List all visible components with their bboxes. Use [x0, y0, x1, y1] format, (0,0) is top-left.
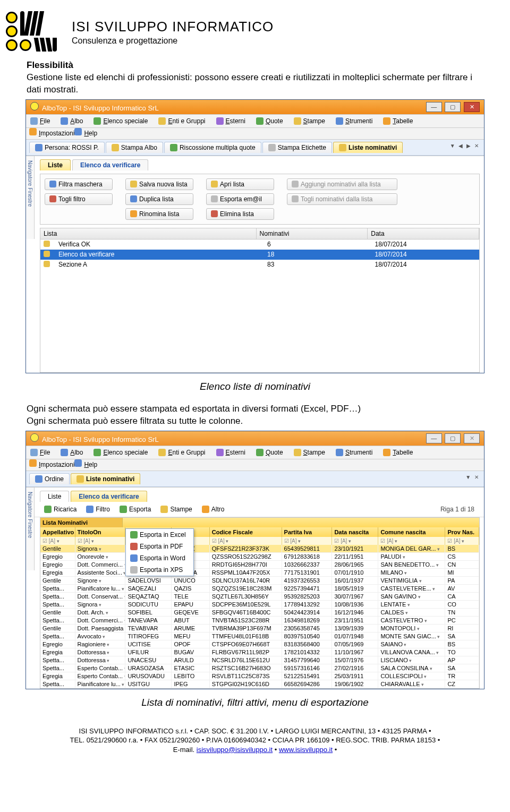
filtra-button[interactable]: Filtra maschera: [45, 178, 113, 190]
table-row[interactable]: Spetta...Dott. Conservat...SEQAZTAQTELES…: [40, 593, 479, 601]
col-lista-nominativi[interactable]: Lista Nominativi: [40, 518, 123, 527]
col-lista[interactable]: Lista: [40, 228, 257, 239]
grid-rows[interactable]: GentileSignoraIFASOZQFSFSZ21R23F373K6543…: [40, 545, 479, 688]
table-row[interactable]: Spetta...Esperto Contab...URASOZASAETASI…: [40, 664, 479, 672]
navigator-side-tab[interactable]: Navigatore Finestre: [26, 156, 35, 239]
altro-button[interactable]: Altro: [198, 505, 229, 514]
menu-esterni[interactable]: Esterni: [215, 116, 246, 126]
close-button[interactable]: ✕: [464, 102, 480, 112]
menu-help[interactable]: Help: [74, 459, 97, 468]
col-header[interactable]: Prov Nas.: [445, 527, 479, 537]
tab-elenco[interactable]: Elenco da verificare: [71, 491, 147, 502]
menu-stampe[interactable]: Stampe: [293, 116, 326, 126]
table-row[interactable]: EgregiaDottoressaUFILURBUGAVFLRBGV67R11L…: [40, 648, 479, 656]
doc-tab[interactable]: Ordine: [29, 473, 70, 484]
footer-site[interactable]: www.isisviluppo.it: [279, 746, 333, 754]
col-header[interactable]: Data nascita: [332, 527, 378, 537]
esporta-button[interactable]: Esporta: [115, 505, 155, 514]
list-row[interactable]: Elenco da verificare1818/07/2014: [40, 250, 479, 260]
col-header[interactable]: Codice Fiscale: [210, 527, 282, 537]
col-data[interactable]: Data: [368, 228, 479, 239]
menu-impostazioni[interactable]: Impostazioni: [29, 459, 74, 468]
tab-nav-icons[interactable]: ▼ ✕: [465, 474, 480, 480]
filtro-button[interactable]: Filtro: [82, 505, 114, 514]
doc-tab[interactable]: Persona: ROSSI P.: [29, 142, 105, 153]
table-row[interactable]: Spetta...Pianificatore lu...USITGUIPEGST…: [40, 680, 479, 688]
menu-stampe[interactable]: Stampe: [293, 448, 326, 457]
menu-elenco-speciale[interactable]: Elenco speciale: [92, 448, 149, 457]
elimina-lista-button[interactable]: Elimina lista: [206, 208, 274, 220]
table-row[interactable]: Spetta...Pianificatore lu...SAQEZALIQAZI…: [40, 585, 479, 593]
grid-filter-row[interactable]: ☑ [A]☑ [A]☑ [A]☑ [A]☑ [A]☑ [A]☑ [A]☑ [A]…: [40, 537, 479, 545]
table-row[interactable]: EgregioDott. Commerci...RORUDIDUITEGRRDT…: [40, 561, 479, 569]
table-row[interactable]: Spetta...SignoraSODICUTUEPAPUSDCPPE36M10…: [40, 601, 479, 609]
export-option[interactable]: Esporta in XPS: [126, 564, 193, 576]
doc-tab[interactable]: Stampa Albo: [106, 142, 163, 153]
list-row[interactable]: Verifica OK618/07/2014: [40, 240, 479, 250]
togli-filtro-button[interactable]: Togli filtro: [45, 193, 113, 205]
tab-nav-icons[interactable]: ▼ ◀ ▶ ✕: [450, 143, 480, 149]
menu-help[interactable]: Help: [74, 128, 97, 137]
menu-albo[interactable]: Albo: [60, 116, 84, 126]
menu-file[interactable]: File: [29, 448, 51, 457]
menu-quote[interactable]: Quote: [255, 116, 284, 126]
filter-cell[interactable]: ☑ [A]: [445, 537, 479, 545]
duplica-lista-button[interactable]: Duplica lista: [125, 193, 193, 205]
stampe-button[interactable]: Stampe: [156, 505, 196, 514]
minimize-button[interactable]: —: [426, 102, 442, 112]
close-button[interactable]: ✕: [464, 433, 480, 443]
doc-tab[interactable]: Liste nominativi: [71, 473, 140, 484]
table-row[interactable]: EgregioOnorevoleOSURQZSSRO51S22G298Z6791…: [40, 553, 479, 561]
table-row[interactable]: Spetta...AvvocatoTITIROFEGMEFUTTMFEU48L0…: [40, 632, 479, 640]
grid-body[interactable]: Verifica OK618/07/2014Elenco da verifica…: [40, 240, 480, 373]
table-row[interactable]: GentileSignoraIFASOZQFSFSZ21R23F373K6543…: [40, 545, 479, 553]
data-grid[interactable]: Lista Nominativi AppellativoTitoloOnCogn…: [40, 517, 480, 689]
navigator-side-tab[interactable]: Navigatore Finestre: [26, 488, 35, 570]
col-header[interactable]: Partita Iva: [282, 527, 333, 537]
filter-cell[interactable]: ☑ [A]: [210, 537, 282, 545]
menu-strumenti[interactable]: Strumenti: [335, 448, 373, 457]
aggiungi-nominativi-button[interactable]: Aggiungi nominativi alla lista: [287, 178, 397, 190]
rinomina-lista-button[interactable]: Rinomina lista: [125, 208, 193, 220]
export-option[interactable]: Esporta in Word: [126, 552, 193, 564]
filter-cell[interactable]: ☑ [A]: [378, 537, 445, 545]
maximize-button[interactable]: ▢: [445, 433, 461, 443]
table-row[interactable]: EgregiaAssistente Soci...ROSSIPAMELARSSP…: [40, 569, 479, 577]
table-row[interactable]: GentileDott. PaesaggistaTEVABVARARUMETVB…: [40, 625, 479, 632]
menu-quote[interactable]: Quote: [255, 448, 284, 457]
doc-tab[interactable]: Riscossione multipla quote: [164, 142, 261, 153]
menu-file[interactable]: File: [29, 116, 51, 126]
list-row[interactable]: Sezione A8318/07/2014: [40, 260, 479, 270]
table-row[interactable]: Spetta...DottoressaUNACESUARULDNCSRLD76L…: [40, 656, 479, 664]
filter-cell[interactable]: ☑ [A]: [40, 537, 75, 545]
menu-tabelle[interactable]: Tabelle: [382, 448, 414, 457]
minimize-button[interactable]: —: [426, 433, 442, 443]
menu-elenco-speciale[interactable]: Elenco speciale: [92, 116, 149, 126]
tab-liste[interactable]: Liste: [40, 159, 71, 170]
doc-tab[interactable]: Liste nominativi: [333, 142, 403, 153]
table-row[interactable]: EgregioRagioniereUCITISEOPOFCTSPFO69E07H…: [40, 640, 479, 648]
col-header[interactable]: Comune nascita: [378, 527, 445, 537]
menu-tabelle[interactable]: Tabelle: [382, 116, 414, 126]
col-header[interactable]: Appellativo: [40, 527, 75, 537]
menu-esterni[interactable]: Esterni: [215, 448, 246, 457]
table-row[interactable]: Spetta...Dott. Commerci...TANEVAPAABUTTN…: [40, 617, 479, 625]
maximize-button[interactable]: ▢: [445, 102, 461, 112]
filter-cell[interactable]: ☑ [A]: [75, 537, 126, 545]
salva-lista-button[interactable]: Salva nuova lista: [125, 178, 193, 190]
col-header[interactable]: TitoloOn: [75, 527, 126, 537]
filter-cell[interactable]: ☑ [A]: [332, 537, 378, 545]
doc-tab[interactable]: Stampa Etichette: [262, 142, 332, 153]
menu-albo[interactable]: Albo: [60, 448, 84, 457]
export-option[interactable]: Esporta in Excel: [126, 529, 193, 541]
menu-impostazioni[interactable]: Impostazioni: [29, 128, 74, 137]
menu-enti-e-gruppi[interactable]: Enti e Gruppi: [157, 116, 206, 126]
export-option[interactable]: Esporta in PDF: [126, 541, 193, 552]
esporta-email-button[interactable]: Esporta em@il: [206, 193, 274, 205]
table-row[interactable]: EgregiaEsperto Contab...URUSOVADULEBITOR…: [40, 672, 479, 680]
ricarica-button[interactable]: Ricarica: [40, 505, 81, 514]
table-row[interactable]: GentileSignoreSADELOVSIUNUCOSDLNCU37A16L…: [40, 577, 479, 585]
tab-liste[interactable]: Liste: [40, 491, 69, 502]
table-row[interactable]: GentileDott. Arch.SOFIBELGEQEVESFBGQV46T…: [40, 609, 479, 617]
menu-enti-e-gruppi[interactable]: Enti e Gruppi: [157, 448, 206, 457]
